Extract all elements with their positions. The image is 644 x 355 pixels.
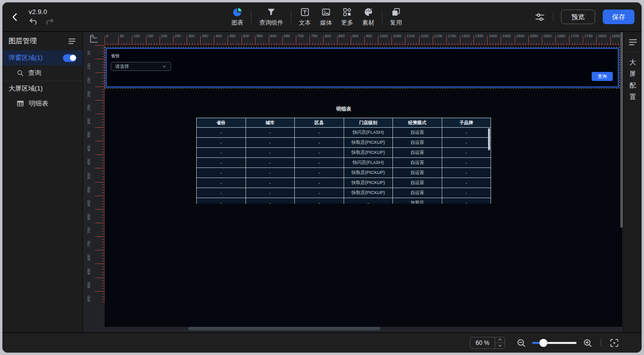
- table-cell: -: [442, 138, 491, 148]
- zoom-out-button[interactable]: [516, 338, 526, 348]
- detail-table-widget[interactable]: 明细表 省份城市区县门店级别经营模式子品牌---快闪店(FLASH)自运营---…: [196, 106, 491, 204]
- zoom-slider-thumb[interactable]: [539, 339, 547, 347]
- table-cell: -: [344, 198, 393, 204]
- table-cell: -: [197, 158, 246, 168]
- table-cell: 快取店(PICKUP): [344, 168, 393, 178]
- toolbar-item-text[interactable]: 文本: [294, 7, 315, 27]
- table-cell: -: [442, 128, 491, 138]
- zoom-step-down-button[interactable]: [495, 343, 505, 348]
- toolbar-item-label: 素材: [362, 19, 374, 27]
- zoom-step-up-button[interactable]: [495, 337, 505, 343]
- config-panel-title-char: 屏: [629, 70, 636, 77]
- table-cell: 自运营: [393, 148, 442, 158]
- undo-button[interactable]: [29, 18, 38, 26]
- table-cell: 快闪店(FLASH): [344, 128, 393, 138]
- panel-divider: [624, 52, 641, 52]
- palette-icon: [363, 7, 373, 17]
- more-icon: [342, 7, 352, 17]
- toolbar-item-more[interactable]: 更多: [337, 7, 358, 27]
- design-canvas[interactable]: 0501001502002503003504004505005506006507…: [83, 32, 623, 332]
- table-cell: -: [197, 138, 246, 148]
- query-widget-selected[interactable]: 省份 请选择 查询: [106, 48, 619, 87]
- toolbar-widget-groups: 图表查询组件文本媒体更多素材复用: [227, 3, 407, 31]
- filter-icon: [266, 7, 276, 17]
- table-column-header: 省份: [197, 118, 246, 128]
- table-cell: -: [442, 188, 491, 198]
- app-version: v2.9.0: [29, 8, 54, 16]
- copy-icon: [391, 7, 401, 17]
- table-cell: -: [295, 128, 344, 138]
- query-button[interactable]: 查询: [592, 72, 613, 81]
- toolbar-item-label: 查询组件: [259, 19, 283, 27]
- text-icon: [300, 7, 310, 17]
- table-row: ----加盟店-: [197, 198, 491, 204]
- status-bar: 60 %: [3, 332, 641, 352]
- back-button[interactable]: [9, 11, 22, 24]
- fit-to-screen-button[interactable]: [609, 338, 619, 348]
- popup-area-region[interactable]: 省份 请选择 查询: [105, 47, 620, 88]
- layer-panel-title: 图层管理: [9, 37, 37, 46]
- toolbar-item-reuse[interactable]: 复用: [385, 7, 407, 27]
- table-row: ---快取店(PICKUP)自运营-: [197, 178, 491, 188]
- table-column-header: 门店级别: [344, 118, 393, 128]
- sliders-icon: [534, 12, 545, 23]
- chevron-down-icon: [498, 344, 502, 347]
- table-scrollbar-thumb[interactable]: [488, 128, 490, 150]
- table-cell: -: [246, 198, 295, 204]
- toolbar-item-media[interactable]: 媒体: [315, 7, 337, 27]
- table-cell: -: [246, 128, 295, 138]
- chevron-down-icon: [162, 64, 167, 69]
- undo-icon: [29, 18, 38, 26]
- menu-lines-icon: [628, 38, 637, 46]
- zoom-slider[interactable]: [532, 339, 577, 347]
- table-column-header: 区县: [295, 118, 344, 128]
- redo-icon: [45, 18, 54, 26]
- table-cell: -: [442, 148, 491, 158]
- table-cell: -: [442, 168, 491, 178]
- table-cell: -: [246, 148, 295, 158]
- table-column-header: 经营模式: [393, 118, 442, 128]
- table-cell: -: [197, 178, 246, 188]
- province-select[interactable]: 请选择: [111, 62, 171, 71]
- media-icon: [321, 7, 331, 17]
- toolbar-item-material[interactable]: 素材: [358, 7, 379, 27]
- table-cell: 自运营: [393, 188, 442, 198]
- table-cell: 快取店(PICKUP): [344, 138, 393, 148]
- canvas-horizontal-scrollbar[interactable]: [188, 327, 380, 330]
- layer-panel: 图层管理 弹窗区域(1) 查询 大屏区域(1): [3, 32, 83, 332]
- toolbar-group-divider: [251, 11, 252, 24]
- table-cell: -: [246, 168, 295, 178]
- popup-area-toggle[interactable]: [63, 54, 76, 62]
- zoom-percent-control: 60 %: [470, 337, 505, 349]
- redo-button[interactable]: [45, 18, 54, 26]
- layer-list-icon[interactable]: [67, 37, 76, 46]
- preview-button[interactable]: 预览: [561, 10, 595, 24]
- table-cell: 自运营: [393, 128, 442, 138]
- canvas-vertical-scrollbar[interactable]: [620, 32, 623, 228]
- zoom-percent-value[interactable]: 60 %: [470, 337, 495, 348]
- table-cell: -: [295, 178, 344, 188]
- ruler-corner-icon[interactable]: [89, 34, 99, 44]
- toolbar-item-query-widget[interactable]: 查询组件: [255, 7, 288, 27]
- layer-item-query[interactable]: 查询: [3, 65, 83, 80]
- layer-group-popup-area[interactable]: 弹窗区域(1): [3, 50, 83, 65]
- toolbar-group-divider: [382, 11, 382, 24]
- layer-group-screen-area[interactable]: 大屏区域(1): [3, 81, 83, 96]
- table-cell: 快取店(PICKUP): [344, 148, 393, 158]
- zoom-in-button[interactable]: [583, 338, 593, 348]
- zoom-in-icon: [583, 338, 593, 348]
- layer-item-detail-table[interactable]: 明细表: [3, 96, 83, 111]
- table-cell: -: [197, 128, 246, 138]
- table-cell: -: [197, 168, 246, 178]
- artboard[interactable]: 省份 请选择 查询 明细表 省份城市区县门店级别经营模式子品牌---快闪店(: [105, 45, 622, 327]
- table-cell: 快取店(PICKUP): [344, 188, 393, 198]
- config-panel-toggle[interactable]: [628, 38, 637, 46]
- detail-table: 省份城市区县门店级别经营模式子品牌---快闪店(FLASH)自运营----快取店…: [196, 118, 491, 204]
- toolbar-item-chart[interactable]: 图表: [227, 7, 248, 27]
- toolbar-item-label: 复用: [390, 19, 402, 27]
- table-row: ---快取店(PICKUP)自运营-: [197, 188, 491, 198]
- config-panel-title-char: 大: [629, 59, 636, 66]
- field-label: 省份: [111, 53, 120, 59]
- save-button[interactable]: 保存: [603, 10, 634, 24]
- canvas-settings-button[interactable]: [534, 12, 545, 23]
